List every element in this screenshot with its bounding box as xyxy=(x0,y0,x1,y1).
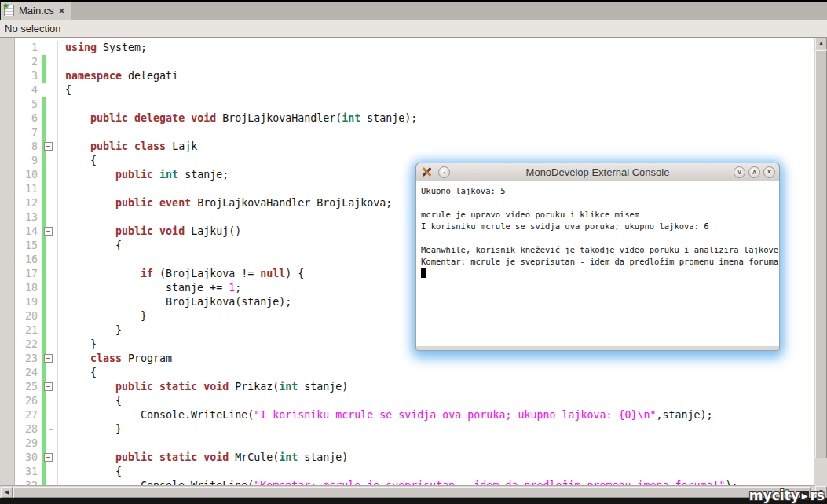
line-number: 32 xyxy=(14,479,42,485)
fold-collapse-icon[interactable]: − xyxy=(44,382,53,391)
fold-collapse-icon[interactable]: − xyxy=(44,453,53,462)
changed-line-marker: − xyxy=(42,352,57,366)
code-line[interactable]: 24 { xyxy=(14,366,814,380)
scroll-left-button[interactable]: ◀ xyxy=(1,487,13,498)
console-line: Meanwhile, korisnik knežević je takodje … xyxy=(421,244,779,256)
text-cursor xyxy=(421,268,426,278)
fold-line-tick xyxy=(49,331,53,331)
line-number: 28 xyxy=(14,422,42,436)
changed-line-marker xyxy=(42,408,57,422)
editor-icon-margin xyxy=(0,38,15,485)
code-text: namespace delegati xyxy=(57,69,178,83)
console-line: Ukupno lajkova: 5 xyxy=(421,185,779,197)
line-number: 7 xyxy=(14,126,42,140)
code-text: } xyxy=(57,422,122,436)
console-tools-icon xyxy=(420,166,433,178)
code-line[interactable]: 6 public delegate void BrojLajkovaHandle… xyxy=(14,111,814,126)
external-console-window[interactable]: MonoDevelop External Console · ∨ ∧ ✕ Uku… xyxy=(415,163,780,351)
code-text: { xyxy=(57,239,122,253)
changed-line-marker: − xyxy=(42,380,57,394)
code-line[interactable]: 32 Console.WriteLine("Komentar: mcrule j… xyxy=(14,479,814,485)
watermark: mycity▶rs xyxy=(749,488,825,503)
tab-close-icon[interactable]: × xyxy=(59,5,65,16)
code-line[interactable]: 27 Console.WriteLine("I korisniku mcrule… xyxy=(14,408,814,422)
line-number: 8 xyxy=(14,140,42,154)
changed-line-marker xyxy=(42,69,57,83)
code-line[interactable]: 26 { xyxy=(14,394,814,408)
selection-status-bar: No selection xyxy=(0,20,827,38)
watermark-text-right: rs xyxy=(810,488,825,503)
line-number: 18 xyxy=(14,281,42,295)
vertical-scrollbar-thumb[interactable] xyxy=(815,50,827,458)
console-title-bar[interactable]: MonoDevelop External Console · ∨ ∧ ✕ xyxy=(415,163,780,181)
code-text: { xyxy=(57,366,97,380)
tab-main-cs[interactable]: ✳ Main.cs × xyxy=(0,2,71,20)
line-marker xyxy=(42,41,57,55)
maximize-icon: ∧ xyxy=(752,168,757,176)
line-number: 23 xyxy=(14,352,42,366)
line-number: 13 xyxy=(14,210,42,225)
code-line[interactable]: 4{ xyxy=(14,83,814,97)
console-close-button[interactable]: ✕ xyxy=(763,166,775,178)
line-number: 16 xyxy=(14,253,42,267)
changed-line-marker xyxy=(42,253,57,267)
console-output[interactable]: Ukupno lajkova: 5mcrule je upravo video … xyxy=(415,181,780,346)
code-text xyxy=(57,210,65,225)
line-number: 26 xyxy=(14,394,42,408)
code-text: public static void MrCule(int stanje) xyxy=(57,451,348,465)
code-line[interactable]: 1using System; xyxy=(14,41,814,55)
console-maximize-button[interactable]: ∧ xyxy=(748,166,760,178)
console-menu-button[interactable]: · xyxy=(438,166,450,178)
console-minimize-button[interactable]: ∨ xyxy=(734,166,745,178)
close-icon: ✕ xyxy=(767,168,773,176)
tab-bar: ✳ Main.cs × xyxy=(0,0,827,20)
code-text: if (BrojLajkova != null) { xyxy=(57,267,304,281)
line-number: 29 xyxy=(14,436,42,451)
console-bottom-edge xyxy=(415,346,780,351)
code-line[interactable]: 31 { xyxy=(14,465,814,479)
console-line: I korisniku mcrule se svidja ova poruka;… xyxy=(421,221,779,232)
scroll-up-button[interactable]: ▲ xyxy=(815,38,827,49)
horizontal-scrollbar[interactable]: ◀ xyxy=(0,485,814,498)
code-text: { xyxy=(57,394,122,408)
changed-line-marker: − xyxy=(42,451,57,465)
code-line[interactable]: 3namespace delegati xyxy=(14,69,814,83)
fold-collapse-icon[interactable]: − xyxy=(44,354,53,363)
code-text: public static void Prikaz(int stanje) xyxy=(57,380,348,394)
vertical-scrollbar[interactable]: ▲ ▼ xyxy=(814,38,827,498)
console-line xyxy=(421,232,779,244)
code-text: { xyxy=(57,154,97,168)
code-text: public int stanje; xyxy=(57,168,229,182)
changed-line-marker xyxy=(42,366,57,380)
code-line[interactable]: 28 } xyxy=(14,422,814,436)
code-line[interactable]: 5 xyxy=(14,97,814,111)
code-line[interactable]: 30− public static void MrCule(int stanje… xyxy=(14,451,814,465)
code-line[interactable]: 2 xyxy=(14,55,814,69)
changed-line-marker xyxy=(42,196,57,210)
code-text: stanje += 1; xyxy=(57,281,241,295)
code-line[interactable]: 23− class Program xyxy=(14,352,814,366)
fold-collapse-icon[interactable]: − xyxy=(44,227,53,236)
code-text xyxy=(57,182,65,196)
code-line[interactable]: 7 xyxy=(14,126,814,140)
fold-line-tick xyxy=(49,345,53,345)
menu-dot-icon: · xyxy=(443,168,445,176)
changed-line-marker xyxy=(42,55,57,69)
changed-line-marker xyxy=(42,281,57,295)
code-line[interactable]: 29 xyxy=(14,436,814,451)
code-line[interactable]: 25− public static void Prikaz(int stanje… xyxy=(14,380,814,394)
code-text: BrojLajkova(stanje); xyxy=(57,295,291,309)
watermark-play-icon: ▶ xyxy=(800,491,810,500)
code-text: } xyxy=(57,309,147,323)
line-number: 12 xyxy=(14,196,42,210)
code-line[interactable]: 8− public class Lajk xyxy=(14,140,814,154)
code-text: } xyxy=(57,338,97,352)
horizontal-scrollbar-thumb[interactable] xyxy=(13,487,811,498)
fold-collapse-icon[interactable]: − xyxy=(44,142,53,151)
line-number: 11 xyxy=(14,182,42,196)
changed-line-marker xyxy=(42,338,57,352)
changed-line-marker xyxy=(42,309,57,323)
fold-line-tick xyxy=(49,429,53,430)
monodevelop-window: ✳ Main.cs × No selection 1using System;2… xyxy=(0,0,827,504)
line-number: 17 xyxy=(14,267,42,281)
